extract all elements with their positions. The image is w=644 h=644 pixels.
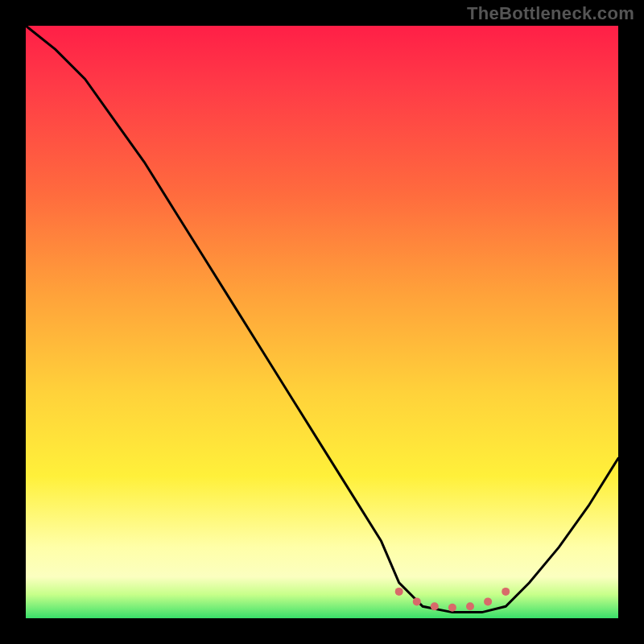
- watermark-text: TheBottleneck.com: [467, 3, 634, 24]
- chart-frame: TheBottleneck.com: [0, 0, 644, 644]
- basin-dot: [413, 597, 421, 605]
- basin-dot: [484, 597, 492, 605]
- bottleneck-curve-line: [26, 26, 618, 613]
- plot-area: [26, 26, 618, 618]
- basin-dot: [466, 602, 474, 610]
- basin-dot: [431, 602, 439, 610]
- basin-dot: [502, 588, 510, 596]
- basin-marker: [395, 588, 510, 612]
- curve-layer: [26, 26, 618, 618]
- basin-dot: [395, 588, 403, 596]
- basin-dot: [448, 604, 456, 612]
